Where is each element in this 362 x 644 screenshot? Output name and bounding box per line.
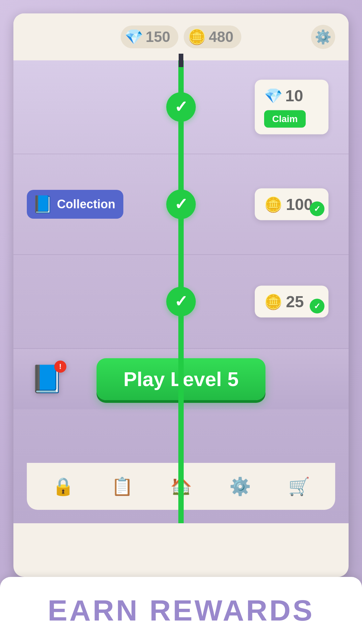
settings-button[interactable]: ⚙️ bbox=[311, 25, 335, 49]
earn-rewards-banner: EARN REWARDS bbox=[0, 577, 362, 644]
gem-icon: 💎 bbox=[125, 28, 143, 46]
nav-item-lock[interactable]: 🔒 bbox=[50, 473, 76, 500]
main-card: 💎 150 🪙 480 ⚙️ ✓ 💎 bbox=[13, 13, 349, 577]
checkpoint-2: ✓ bbox=[166, 190, 196, 219]
reward-1-value: 10 bbox=[285, 87, 303, 105]
lock-icon: 🔒 bbox=[50, 473, 76, 500]
reward-2-value: 100 bbox=[286, 195, 313, 214]
gems-group: 💎 150 bbox=[121, 25, 178, 48]
nav-item-clipboard[interactable]: 📋 bbox=[109, 473, 135, 500]
coins-value: 480 bbox=[209, 29, 233, 45]
header: 💎 150 🪙 480 ⚙️ bbox=[13, 13, 349, 60]
reward-card-3: 🪙 25 ✓ bbox=[255, 286, 328, 318]
collection-tag[interactable]: 📘 Collection bbox=[27, 190, 123, 219]
checkpoint-1: ✓ bbox=[166, 92, 196, 122]
timeline-top bbox=[179, 54, 183, 67]
reward-1-inner: 💎 10 Claim bbox=[264, 87, 306, 128]
reward-1-icon: 💎 bbox=[264, 87, 283, 104]
check-icon-2: ✓ bbox=[174, 196, 188, 212]
play-book-icon: 📘! bbox=[30, 363, 64, 395]
reward-3-claimed: ✓ bbox=[310, 299, 324, 314]
collection-book-icon: 📘 bbox=[32, 195, 53, 214]
reward-3-value: 25 bbox=[286, 292, 304, 311]
coin-icon: 🪙 bbox=[188, 28, 206, 46]
reward-2-claimed: ✓ bbox=[310, 202, 324, 216]
reward-card-1: 💎 10 Claim bbox=[255, 80, 328, 135]
check-icon-1: ✓ bbox=[174, 99, 188, 115]
coins-group: 🪙 480 bbox=[184, 25, 241, 48]
shop-icon: 🛒 bbox=[286, 473, 312, 500]
clipboard-icon: 📋 bbox=[109, 473, 135, 500]
check-icon-3: ✓ bbox=[174, 293, 188, 310]
earn-rewards-title: EARN REWARDS bbox=[48, 593, 314, 628]
checkpoint-3: ✓ bbox=[166, 287, 196, 316]
claim-button[interactable]: Claim bbox=[264, 110, 306, 128]
reward-card-2: 🪙 100 ✓ bbox=[255, 189, 328, 220]
settings-icon: ⚙️ bbox=[315, 29, 331, 45]
reward-2-icon: 🪙 bbox=[264, 196, 283, 213]
collection-label: Collection bbox=[57, 197, 115, 211]
nav-settings-icon: ⚙️ bbox=[227, 473, 253, 500]
play-book-container[interactable]: 📘! bbox=[30, 363, 64, 395]
reward-1-row: 💎 10 bbox=[264, 87, 303, 105]
notification-badge: ! bbox=[54, 361, 66, 373]
gems-value: 150 bbox=[146, 29, 170, 45]
game-area: ✓ 💎 10 Claim ✓ 📘 Coll bbox=[13, 60, 349, 523]
reward-3-icon: 🪙 bbox=[264, 293, 283, 310]
nav-item-settings[interactable]: ⚙️ bbox=[227, 473, 253, 500]
nav-item-shop[interactable]: 🛒 bbox=[286, 473, 312, 500]
